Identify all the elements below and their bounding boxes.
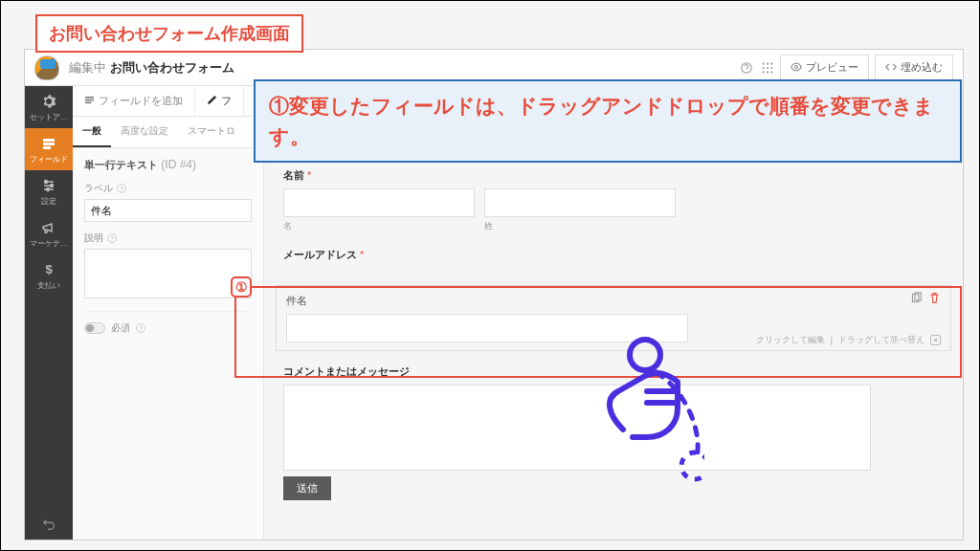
rail-label: フィールド [30, 154, 68, 165]
tab-add-field[interactable]: フィールドを追加 [73, 86, 195, 116]
svg-point-7 [763, 71, 765, 73]
svg-point-1 [763, 62, 765, 64]
list-icon [84, 95, 95, 107]
svg-point-8 [767, 71, 768, 73]
svg-point-5 [767, 66, 768, 68]
svg-point-9 [770, 71, 772, 73]
tab-field-options[interactable]: フ [195, 86, 244, 116]
embed-button[interactable]: 埋め込む [875, 55, 953, 80]
rail-setup[interactable]: セットア… [25, 86, 73, 128]
help-icon[interactable]: ? [117, 184, 126, 193]
preview-submit-button[interactable]: 送信 [283, 476, 331, 500]
svg-point-15 [51, 184, 54, 187]
svg-point-6 [770, 66, 772, 68]
svg-point-4 [763, 66, 765, 68]
eye-icon [791, 61, 802, 75]
preview-label-comment: コメントまたはメッセージ [283, 364, 944, 379]
rail-settings[interactable]: 設定 [25, 170, 73, 212]
svg-point-2 [767, 62, 768, 64]
required-toggle-row[interactable]: 必須 ? [84, 321, 252, 335]
page-title: 編集中お問い合わせフォーム [69, 59, 234, 77]
field-type-heading: 単一行テキスト (ID #4) [84, 158, 252, 172]
svg-rect-18 [85, 97, 94, 99]
embed-icon [885, 61, 897, 75]
preview-name-first-input[interactable] [283, 188, 475, 217]
close-icon[interactable]: × [930, 335, 941, 345]
svg-point-3 [770, 62, 772, 64]
trash-icon[interactable] [928, 292, 941, 306]
preview-sublabel-first: 名 [283, 220, 475, 232]
description-input[interactable] [84, 249, 252, 298]
preview-button[interactable]: プレビュー [780, 55, 869, 80]
gear-icon [40, 93, 57, 110]
help-icon[interactable]: ? [107, 233, 117, 243]
rail-label: 設定 [41, 196, 56, 207]
preview-sublabel-last: 姓 [484, 220, 676, 232]
toggle-switch[interactable] [84, 322, 105, 334]
label-input[interactable] [84, 199, 252, 222]
svg-point-16 [47, 187, 50, 190]
help-icon[interactable]: ? [136, 323, 145, 333]
tutorial-title-banner: お問い合わせフォーム作成画面 [35, 14, 303, 53]
svg-point-10 [795, 65, 798, 68]
svg-rect-19 [85, 99, 94, 101]
app-logo-icon [34, 55, 59, 80]
svg-point-14 [45, 180, 48, 183]
subtab-general[interactable]: 一般 [73, 117, 111, 147]
preview-comment-textarea[interactable] [283, 385, 871, 471]
dollar-icon: $ [40, 261, 57, 278]
tutorial-instruction: ①変更したフィールドは、ドラッグアンドドロップで順番を変更できます。 [254, 79, 962, 163]
preview-label-subject: 件名 [286, 294, 941, 308]
preview-label-name: 名前 * [283, 168, 944, 183]
svg-rect-11 [43, 139, 55, 142]
desc-field-label: 説明? [84, 231, 252, 245]
rail-label: 支払い [37, 280, 60, 291]
pencil-icon [207, 95, 217, 107]
svg-text:$: $ [45, 262, 53, 276]
rail-payment[interactable]: $ 支払い [25, 254, 73, 297]
svg-rect-13 [43, 146, 51, 149]
megaphone-icon [40, 219, 57, 236]
rail-label: セットア… [30, 112, 68, 122]
preview-name-last-input[interactable] [484, 188, 676, 217]
sliders-icon [40, 177, 57, 194]
label-field-label: ラベル? [84, 182, 252, 195]
apps-grid-icon[interactable] [761, 61, 774, 75]
preview-label-email: メールアドレス * [283, 248, 944, 262]
svg-rect-12 [43, 143, 55, 145]
undo-icon [42, 518, 56, 533]
field-hint: クリックして編集 | ドラッグして並べ替え × [756, 334, 941, 346]
svg-rect-20 [85, 101, 91, 103]
copy-icon[interactable] [910, 292, 923, 306]
rail-fields[interactable]: フィールド [25, 128, 73, 170]
rail-undo[interactable] [25, 511, 73, 540]
left-rail: セットア… フィールド 設定 マーケテ… $ 支払い [25, 86, 73, 540]
rail-label: マーケテ… [30, 238, 68, 249]
fields-icon [40, 135, 57, 152]
subtab-advanced[interactable]: 高度な設定 [111, 117, 178, 147]
preview-subject-input[interactable] [286, 314, 688, 342]
selected-field-subject[interactable]: 件名 クリックして編集 | ドラッグして並べ替え × [276, 285, 951, 351]
settings-panel: フィールドを追加 フ 一般 高度な設定 スマートロ 単一行テキスト (ID #4… [73, 86, 264, 540]
help-icon[interactable] [740, 61, 753, 75]
rail-marketing[interactable]: マーケテ… [25, 212, 73, 254]
subtab-smart[interactable]: スマートロ [178, 117, 245, 147]
